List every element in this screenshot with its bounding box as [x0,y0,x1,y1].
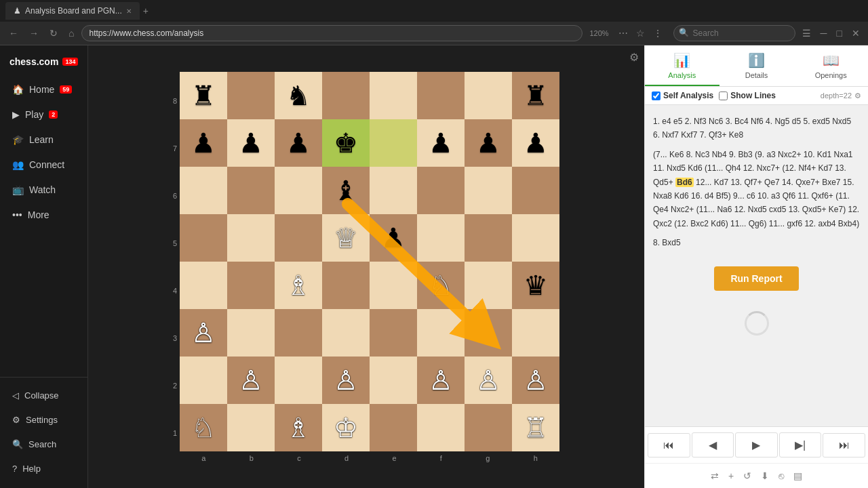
square-f2[interactable]: ♙ [417,357,465,404]
show-lines-label[interactable]: Show Lines [719,91,776,100]
square-a8[interactable]: ♜ [180,72,227,119]
square-d6[interactable]: ♝ [322,167,370,214]
square-c7[interactable]: ♟ [275,119,322,167]
chessboard[interactable]: ♜♞♜♟♟♟♚♟♟♟♝♕♟♗♘♛♙♙♙♙♙♙♘♗♔♖ [180,72,559,451]
square-f6[interactable] [417,167,465,214]
play-button[interactable]: ▶ [735,432,778,458]
bookmark-button[interactable]: ☆ [633,26,648,40]
square-g2[interactable]: ♙ [465,357,512,404]
maximize-button[interactable]: □ [834,26,845,40]
address-bar[interactable] [81,25,583,41]
square-h8[interactable]: ♜ [512,72,559,119]
sidebar-item-search[interactable]: 🔍 Search [3,432,85,456]
minimize-button[interactable]: ─ [818,26,830,40]
close-browser-button[interactable]: ✕ [849,26,863,40]
sidebar-item-home[interactable]: 🏠 Home 59 [3,77,85,102]
sidebar-item-more[interactable]: ••• More [3,203,85,227]
square-b7[interactable]: ♟ [227,119,275,167]
square-e3[interactable] [370,309,417,357]
square-e8[interactable] [370,72,417,119]
square-f3[interactable] [417,309,465,357]
square-c6[interactable] [275,167,322,214]
run-report-button[interactable]: Run Report [714,266,798,291]
new-tab-button[interactable]: + [140,4,152,18]
square-e7[interactable] [370,119,417,167]
browser-menu-button[interactable]: ☰ [800,26,814,40]
next-move-button[interactable]: ▶| [779,432,822,458]
square-a2[interactable] [180,357,227,404]
square-c8[interactable]: ♞ [275,72,322,119]
square-c4[interactable]: ♗ [275,262,322,309]
square-c3[interactable] [275,309,322,357]
square-d1[interactable]: ♔ [322,404,370,451]
square-h6[interactable] [512,167,559,214]
square-b3[interactable] [227,309,275,357]
square-f7[interactable]: ♟ [417,119,465,167]
browser-tab[interactable]: ♟ Analysis Board and PGN... ✕ [5,2,140,20]
square-d2[interactable]: ♙ [322,357,370,404]
square-b4[interactable] [227,262,275,309]
show-lines-checkbox[interactable] [719,92,728,100]
last-move-button[interactable]: ⏭ [823,433,865,458]
square-d8[interactable] [322,72,370,119]
forward-button[interactable]: → [26,26,42,40]
square-e5[interactable]: ♟ [370,214,417,262]
settings-menu-button[interactable]: ⋮ [650,26,665,40]
square-h5[interactable] [512,214,559,262]
square-h3[interactable] [512,309,559,357]
square-e4[interactable] [370,262,417,309]
self-analysis-checkbox[interactable] [652,92,660,100]
square-f5[interactable] [417,214,465,262]
board-settings-icon[interactable]: ⚙ [629,51,639,64]
sidebar-item-play[interactable]: ▶ Play 2 [3,102,85,127]
square-e6[interactable] [370,167,417,214]
browser-search-input[interactable] [673,25,795,41]
square-a3[interactable]: ♙ [180,309,227,357]
more-tools-button[interactable]: ▤ [792,469,804,483]
square-f8[interactable] [417,72,465,119]
square-a7[interactable]: ♟ [180,119,227,167]
square-h1[interactable]: ♖ [512,404,559,451]
square-g8[interactable] [465,72,512,119]
square-d7[interactable]: ♚ [322,119,370,167]
square-b6[interactable] [227,167,275,214]
back-button[interactable]: ← [5,26,22,40]
square-a4[interactable] [180,262,227,309]
square-g6[interactable] [465,167,512,214]
square-c2[interactable] [275,357,322,404]
sidebar-item-watch[interactable]: 📺 Watch [3,178,85,202]
square-h4[interactable]: ♛ [512,262,559,309]
square-d5[interactable]: ♕ [322,214,370,262]
square-a1[interactable]: ♘ [180,404,227,451]
self-analysis-label[interactable]: Self Analysis [652,91,713,100]
square-h7[interactable]: ♟ [512,119,559,167]
square-e2[interactable] [370,357,417,404]
add-button[interactable]: + [727,469,735,483]
square-f4[interactable]: ♘ [417,262,465,309]
share-button[interactable]: ⎋ [777,469,785,483]
refresh-button[interactable]: ↻ [46,26,61,40]
square-c5[interactable] [275,214,322,262]
square-d4[interactable] [322,262,370,309]
home-button[interactable]: ⌂ [65,26,77,40]
tab-analysis[interactable]: 📊 Analysis [645,45,719,86]
flip-board-button[interactable]: ⇄ [709,469,720,483]
square-g1[interactable] [465,404,512,451]
square-b2[interactable]: ♙ [227,357,275,404]
tab-openings[interactable]: 📖 Openings [793,45,868,86]
prev-move-button[interactable]: ◀ [692,432,734,458]
sidebar-item-learn[interactable]: 🎓 Learn [3,127,85,152]
square-a6[interactable] [180,167,227,214]
tab-details[interactable]: ℹ️ Details [719,45,794,86]
extensions-button[interactable]: ⋯ [616,26,631,40]
square-g5[interactable] [465,214,512,262]
first-move-button[interactable]: ⏮ [648,433,690,458]
square-b1[interactable] [227,404,275,451]
square-a5[interactable] [180,214,227,262]
sidebar-item-collapse[interactable]: ◁ Collapse [3,384,85,407]
sidebar-item-help[interactable]: ? Help [3,457,85,481]
download-button[interactable]: ⬇ [760,469,770,483]
close-tab-button[interactable]: ✕ [126,7,132,15]
square-b8[interactable] [227,72,275,119]
square-g4[interactable] [465,262,512,309]
